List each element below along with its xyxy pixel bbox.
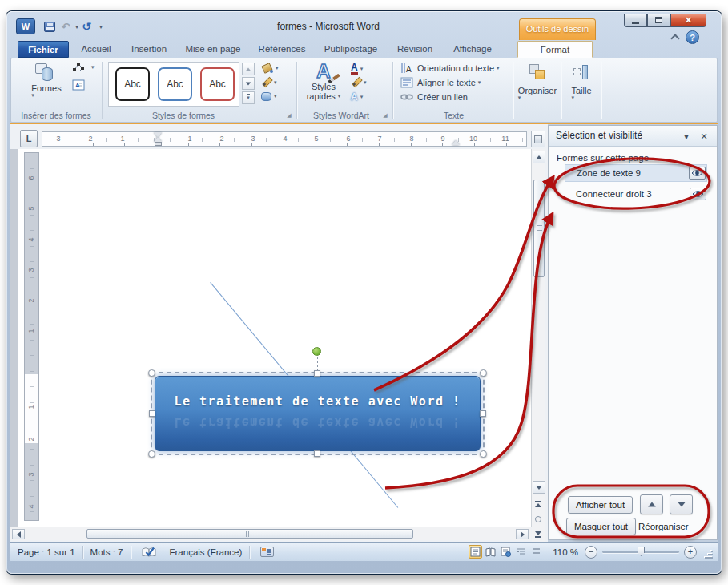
view-print-layout-button[interactable] bbox=[469, 545, 482, 559]
hide-all-button[interactable]: Masquer tout bbox=[566, 518, 636, 535]
text-effects-button[interactable]: A bbox=[351, 91, 363, 103]
view-outline-button[interactable] bbox=[514, 545, 528, 559]
gallery-scroll-up[interactable] bbox=[242, 63, 255, 75]
visibility-toggle-button[interactable] bbox=[690, 188, 706, 200]
gallery-more-button[interactable]: ▾ bbox=[242, 91, 255, 104]
zoom-in-button[interactable]: + bbox=[684, 546, 697, 559]
scroll-left-button[interactable] bbox=[12, 529, 25, 539]
shape-fill-button[interactable] bbox=[261, 63, 279, 73]
rotation-handle[interactable] bbox=[312, 347, 321, 356]
view-fullscreen-reading-button[interactable] bbox=[484, 545, 497, 559]
zoom-slider-track[interactable] bbox=[602, 551, 679, 553]
undo-button[interactable]: ↶ bbox=[58, 18, 74, 34]
ribbon-tab[interactable]: Mise en page bbox=[179, 41, 247, 58]
resize-grip[interactable] bbox=[705, 551, 713, 559]
shape-outline-button[interactable] bbox=[261, 77, 277, 87]
spellcheck-status[interactable] bbox=[131, 543, 167, 561]
redo-button[interactable]: ↺ bbox=[78, 18, 95, 34]
title-bar[interactable]: W ↶ ▾ ↺ ▾ formes - Microsoft Word Outils… bbox=[6, 11, 722, 40]
ribbon-tab[interactable]: Accueil bbox=[74, 41, 119, 58]
resize-handle-w[interactable] bbox=[149, 410, 155, 417]
zoom-slider-thumb[interactable] bbox=[638, 547, 645, 556]
left-indent-marker[interactable] bbox=[155, 142, 162, 146]
formes-button[interactable]: Formes bbox=[24, 63, 69, 98]
pane-close-icon[interactable]: ✕ bbox=[698, 131, 710, 143]
create-link-button[interactable]: Créer un lien bbox=[400, 91, 468, 103]
minimize-button[interactable] bbox=[624, 14, 647, 27]
language-indicator[interactable]: Français (France) bbox=[167, 543, 250, 561]
scroll-right-button[interactable] bbox=[516, 529, 529, 539]
close-button[interactable]: ✕ bbox=[670, 14, 706, 27]
tab-selector-button[interactable]: L bbox=[20, 130, 38, 147]
horizontal-scroll-thumb[interactable] bbox=[86, 529, 413, 539]
ribbon-tab[interactable]: Insertion bbox=[123, 41, 175, 58]
pane-item-connecteur[interactable]: Connecteur droit 3 bbox=[565, 185, 707, 203]
help-button[interactable]: ? bbox=[686, 30, 699, 44]
select-browse-object-button[interactable] bbox=[532, 512, 545, 526]
shape-style-thumb-red[interactable]: Abc bbox=[200, 67, 235, 101]
customize-qat-caret[interactable]: ▾ bbox=[99, 23, 103, 30]
shape-style-thumb-black[interactable]: Abc bbox=[115, 67, 150, 101]
collapse-ribbon-icon[interactable] bbox=[670, 32, 680, 42]
quick-styles-button[interactable]: A Styles rapides bbox=[303, 61, 344, 101]
view-draft-button[interactable] bbox=[529, 545, 543, 559]
scroll-down-button[interactable] bbox=[533, 481, 545, 494]
text-orientation-button[interactable]: A Orientation du texte bbox=[400, 63, 500, 74]
ribbon-tab[interactable]: Affichage bbox=[445, 41, 500, 58]
restore-button[interactable] bbox=[647, 14, 670, 27]
visibility-toggle-button[interactable] bbox=[689, 167, 706, 180]
resize-handle-sw[interactable] bbox=[148, 450, 155, 458]
zoom-level[interactable]: 110 % bbox=[553, 547, 578, 557]
view-web-layout-button[interactable] bbox=[499, 545, 513, 559]
vertical-ruler[interactable]: 6543211234 bbox=[24, 152, 39, 521]
textbox-shape[interactable]: Le traitement de texte avec Word ! Le tr… bbox=[155, 376, 481, 451]
ruler-number: 1 bbox=[186, 135, 194, 143]
resize-handle-ne[interactable] bbox=[480, 369, 487, 377]
zoom-out-button[interactable]: − bbox=[585, 546, 597, 559]
resize-handle-se[interactable] bbox=[480, 450, 487, 458]
dialog-launcher-shape-styles[interactable]: ◢ bbox=[285, 111, 293, 119]
document-page[interactable] bbox=[18, 149, 531, 526]
ribbon-tab[interactable]: Publipostage bbox=[317, 41, 384, 58]
ribbon-tab[interactable]: Références bbox=[251, 41, 312, 58]
ribbon-tab[interactable]: Format bbox=[517, 41, 593, 58]
resize-handle-n[interactable] bbox=[314, 370, 320, 377]
bring-forward-button[interactable] bbox=[640, 494, 663, 514]
show-all-button[interactable]: Afficher tout bbox=[568, 496, 633, 514]
vertical-scrollbar[interactable] bbox=[531, 149, 545, 527]
ribbon-tab[interactable]: Fichier bbox=[18, 41, 69, 58]
save-button[interactable] bbox=[42, 18, 58, 34]
organiser-button[interactable]: Organiser bbox=[516, 63, 559, 100]
gallery-scroll-down[interactable] bbox=[242, 77, 255, 90]
vertical-scroll-thumb[interactable] bbox=[533, 180, 545, 277]
next-page-button[interactable] bbox=[532, 527, 545, 542]
dialog-launcher-wordart[interactable]: ◢ bbox=[381, 111, 389, 119]
shape-style-thumb-blue[interactable]: Abc bbox=[158, 67, 192, 101]
proofing-state[interactable] bbox=[250, 543, 284, 561]
ribbon-tab[interactable]: Révision bbox=[389, 41, 440, 58]
horizontal-scrollbar[interactable] bbox=[10, 526, 531, 540]
view-ruler-toggle-button[interactable] bbox=[531, 131, 545, 147]
edit-shape-button[interactable] bbox=[72, 62, 95, 73]
pane-menu-caret[interactable]: ▼ bbox=[680, 131, 693, 143]
scroll-up-button[interactable] bbox=[533, 151, 545, 163]
taille-button[interactable]: Taille bbox=[564, 63, 599, 100]
horizontal-ruler[interactable]: 3211234567891011 bbox=[42, 131, 527, 147]
text-outline-button[interactable] bbox=[351, 77, 367, 87]
draw-textbox-button[interactable]: A bbox=[72, 79, 89, 91]
page-indicator[interactable]: Page : 1 sur 1 bbox=[10, 543, 82, 561]
resize-handle-nw[interactable] bbox=[148, 369, 155, 377]
resize-handle-s[interactable] bbox=[314, 450, 320, 457]
text-fill-button[interactable]: A bbox=[351, 63, 363, 75]
right-indent-marker[interactable] bbox=[452, 140, 460, 145]
pane-item-zone-de-texte[interactable]: Zone de texte 9 bbox=[565, 164, 707, 182]
shape-effects-button[interactable] bbox=[261, 91, 277, 101]
word-count[interactable]: Mots : 7 bbox=[83, 543, 131, 561]
align-text-button[interactable]: Aligner le texte bbox=[400, 77, 481, 88]
previous-page-button[interactable] bbox=[532, 497, 545, 511]
document-canvas[interactable]: L 3211234567891011 6543211234 bbox=[10, 124, 548, 542]
resize-handle-e[interactable] bbox=[480, 410, 486, 417]
word-app-icon[interactable]: W bbox=[16, 18, 35, 34]
selected-textbox[interactable]: Le traitement de texte avec Word ! Le tr… bbox=[149, 370, 486, 457]
send-backward-button[interactable] bbox=[670, 494, 693, 514]
